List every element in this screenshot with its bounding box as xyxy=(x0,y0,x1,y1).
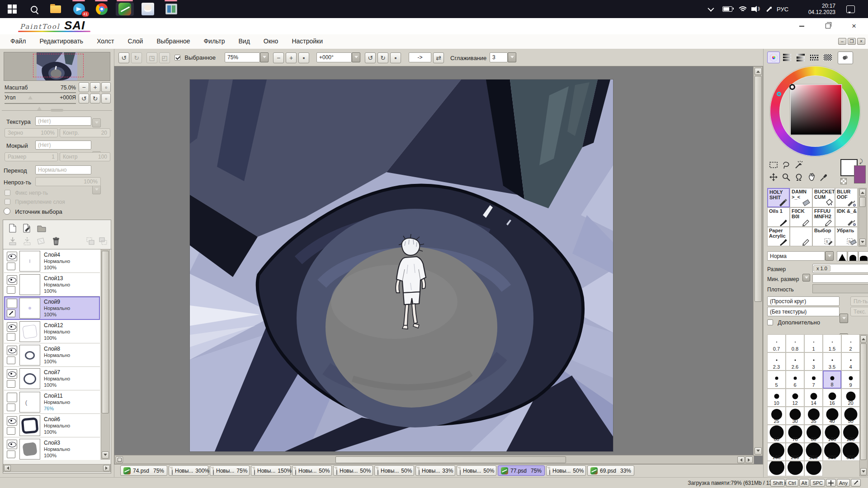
copy-selection-button[interactable] xyxy=(85,235,96,247)
reselect-button[interactable]: ◰ xyxy=(159,52,170,63)
restore-button[interactable] xyxy=(815,18,841,34)
size-100[interactable]: 100 xyxy=(823,425,841,443)
brush-grid-scrollbar-thumb[interactable] xyxy=(859,197,866,207)
brush-F0CK B0I[interactable]: F0CK B0I xyxy=(790,207,812,227)
size-grid-scrollbar-thumb[interactable] xyxy=(860,343,867,460)
layer-row[interactable]: Слой8Нормально100% xyxy=(4,343,100,367)
size-2.3[interactable]: 2.3 xyxy=(767,352,786,371)
language-indicator[interactable]: РУС xyxy=(777,0,788,18)
panel-grip[interactable] xyxy=(51,109,63,112)
size-25[interactable]: 25 xyxy=(767,407,786,425)
size-6[interactable]: 6 xyxy=(786,371,804,389)
size-40[interactable]: 40 xyxy=(823,407,841,425)
clip-layer-checkbox[interactable] xyxy=(5,199,10,205)
texture-select[interactable]: (Нет) xyxy=(35,117,91,126)
battery-indicator[interactable] xyxy=(722,0,732,18)
brush-Paper Acrylic[interactable]: Paper Acrylic xyxy=(767,227,790,246)
layer-list-scrollbar[interactable] xyxy=(101,249,110,460)
layer-list-scroll-down[interactable] xyxy=(102,451,109,459)
rotate-cw-button[interactable]: ↻ xyxy=(377,52,388,63)
mdi-restore-button[interactable]: ❐ xyxy=(848,38,856,45)
brush-Убрать[interactable]: УбратьS xyxy=(835,227,858,246)
tab-Новы...[interactable]: Новы...300% xyxy=(169,465,208,476)
size-2[interactable]: 2 xyxy=(841,334,860,352)
volume-indicator[interactable] xyxy=(751,0,758,18)
canvas-vscrollbar-thumb[interactable] xyxy=(755,76,762,302)
layer-paint-indicator[interactable] xyxy=(7,404,15,411)
texture-strength-field[interactable]: Текс.95 xyxy=(850,307,868,316)
layer-row[interactable]: Слой4Нормально100% xyxy=(4,249,100,273)
layer-paint-indicator[interactable] xyxy=(7,357,15,364)
fix-opacity-checkbox[interactable] xyxy=(5,190,10,196)
swap-colors-button[interactable]: ⤸ xyxy=(859,158,863,164)
new-layer-button[interactable] xyxy=(7,222,19,234)
brush-DAMN >_<[interactable]: DAMN >_< xyxy=(790,188,812,207)
size-10[interactable]: 10 xyxy=(767,389,786,407)
layer-visibility-toggle[interactable] xyxy=(7,322,17,332)
tool-eyedropper[interactable] xyxy=(818,171,830,183)
size-250[interactable]: 250 xyxy=(804,443,823,461)
size-20[interactable]: 20 xyxy=(841,389,860,407)
layer-row[interactable]: Слой13Нормально100% xyxy=(4,273,100,296)
brush-HOLY SHIT[interactable]: HOLY SHIT xyxy=(767,188,790,207)
tool-lasso[interactable] xyxy=(780,159,792,171)
canvas-scroll-up[interactable] xyxy=(755,68,762,75)
size-300[interactable]: 300 xyxy=(823,443,841,461)
key-Any[interactable]: Any xyxy=(837,479,850,487)
texture-dropdown-button[interactable] xyxy=(92,118,101,127)
scale-slider-thumb[interactable] xyxy=(28,94,33,99)
size-4[interactable]: 4 xyxy=(841,352,860,371)
fix-opacity-toggle[interactable]: Фикс непр-ть xyxy=(5,190,48,196)
size-80[interactable]: 80 xyxy=(804,425,823,443)
delete-layer-button[interactable] xyxy=(50,235,62,247)
tray-chevron[interactable] xyxy=(708,0,712,18)
layer-visibility-toggle[interactable] xyxy=(7,299,17,308)
brush-FFFUU MNFH2[interactable]: FFFUU MNFH2 xyxy=(812,207,835,227)
scale-plus-button[interactable]: + xyxy=(90,82,100,92)
size-overflow[interactable] xyxy=(786,461,804,476)
layer-paint-indicator[interactable] xyxy=(7,333,15,341)
zoom-in-button[interactable]: + xyxy=(286,52,297,63)
layer-row[interactable]: Слой9Нормально100% xyxy=(4,296,100,320)
swatches-mode-button[interactable] xyxy=(821,52,834,63)
minimize-button[interactable] xyxy=(788,18,815,34)
size-12[interactable]: 12 xyxy=(786,389,804,407)
brush-shape-flat-button[interactable] xyxy=(859,251,868,261)
tool-zoom[interactable] xyxy=(780,171,792,183)
layer-visibility-toggle[interactable] xyxy=(7,440,17,449)
layer-paint-indicator[interactable] xyxy=(7,450,15,458)
hsv-slider-mode-button[interactable] xyxy=(794,52,807,63)
size-grid-scroll-up[interactable] xyxy=(860,335,867,343)
redo-button[interactable]: ↻ xyxy=(131,52,142,63)
artwork-canvas[interactable] xyxy=(190,80,613,451)
size-160[interactable]: 160 xyxy=(767,443,786,461)
canvas-viewport[interactable] xyxy=(114,66,763,465)
size-0.7[interactable]: 0.7 xyxy=(767,334,786,352)
key-nav-button[interactable] xyxy=(826,479,836,487)
layer-visibility-toggle[interactable] xyxy=(7,416,17,426)
brush-shape-select[interactable]: (Простой круг) xyxy=(767,296,840,306)
advanced-checkbox[interactable] xyxy=(767,319,773,325)
size-7[interactable]: 7 xyxy=(804,371,823,389)
size-0.8[interactable]: 0.8 xyxy=(786,334,804,352)
secondary-color-swatch[interactable] xyxy=(854,165,866,183)
brush-shape-soft-button[interactable] xyxy=(837,251,847,261)
layer-list-hscrollbar[interactable] xyxy=(3,464,111,472)
tab-Новы...[interactable]: Новы...50% xyxy=(374,465,414,476)
brush-Выбор[interactable]: ВыборS xyxy=(812,227,835,246)
selection-toggle[interactable]: Выбранное xyxy=(175,54,216,61)
mixed-slider-mode-button[interactable] xyxy=(808,52,821,63)
layer-list-scroll-left[interactable] xyxy=(4,465,11,471)
zoom-reset-button[interactable]: ▪ xyxy=(298,52,309,63)
tab-Новы...[interactable]: Новы...33% xyxy=(415,465,455,476)
menu-item-0[interactable]: Файл xyxy=(4,34,33,48)
blend-mode-dropdown-button[interactable] xyxy=(92,185,101,194)
menu-item-6[interactable]: Вид xyxy=(232,34,257,48)
wifi-indicator[interactable] xyxy=(738,0,748,18)
tab-Новы...[interactable]: Новы...50% xyxy=(333,465,373,476)
navigator-view-rect[interactable] xyxy=(33,54,84,77)
start-button[interactable] xyxy=(5,2,20,16)
angle-slider-thumb[interactable] xyxy=(37,104,42,110)
canvas-scroll-left[interactable] xyxy=(737,456,745,463)
tab-77.psd[interactable]: 77.psd75% xyxy=(498,465,545,476)
